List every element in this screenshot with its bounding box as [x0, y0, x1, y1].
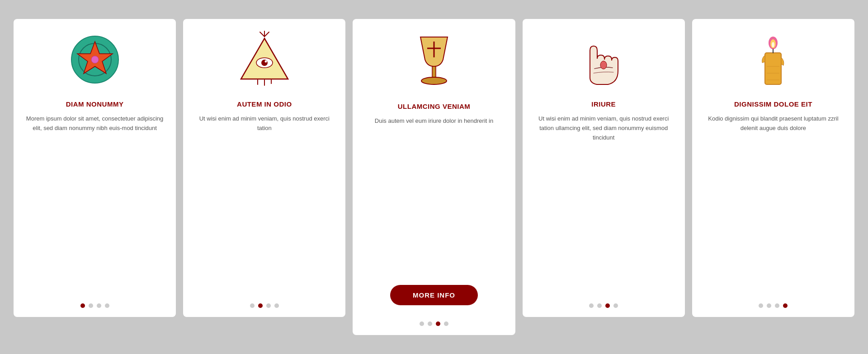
dot [97, 303, 101, 308]
dot [250, 303, 255, 308]
card-2-title: AUTEM IN ODIO [237, 100, 292, 108]
card-2-dots [250, 296, 279, 308]
pentagram-icon [68, 33, 122, 87]
svg-line-10 [264, 32, 269, 37]
dot [597, 303, 602, 308]
dot [436, 321, 440, 326]
dot [258, 303, 263, 308]
dot [80, 303, 85, 308]
card-2-text: Ut wisi enim ad minim veniam, quis nostr… [192, 114, 336, 296]
svg-point-3 [91, 56, 99, 63]
card-1-dots [80, 296, 109, 308]
svg-point-18 [600, 61, 607, 69]
card-3-dots [420, 314, 448, 326]
svg-point-6 [261, 60, 268, 66]
card-1-title: DIAM NONUMMY [66, 100, 124, 108]
dot [589, 303, 594, 308]
card-3-text: Duis autem vel eum iriure dolor in hendr… [375, 116, 493, 276]
chalice-icon [407, 35, 461, 89]
dot [266, 303, 271, 308]
eye-triangle-icon [237, 33, 292, 87]
dot [274, 303, 279, 308]
card-diam-nonummy: DIAM NONUMMY Morem ipsum dolor sit amet,… [14, 19, 176, 317]
svg-point-7 [264, 61, 267, 63]
svg-line-8 [260, 32, 264, 37]
card-3-title: ULLAMCING VENIAM [398, 102, 471, 110]
card-iriure: IRIURE Ut wisi enim ad minim veniam, qui… [523, 19, 685, 317]
dot [613, 303, 618, 308]
card-1-text: Morem ipsum dolor sit amet, consectetuer… [23, 114, 167, 296]
hand-icon [576, 33, 631, 87]
dot [105, 303, 109, 308]
more-info-button[interactable]: MORE INFO [390, 285, 478, 305]
dot [783, 303, 788, 308]
dot [759, 303, 763, 308]
dot [775, 303, 779, 308]
dot [605, 303, 610, 308]
card-5-dots [759, 296, 788, 308]
dot [89, 303, 93, 308]
card-ullamcing-veniam: ULLAMCING VENIAM Duis autem vel eum iriu… [353, 19, 515, 335]
cards-container: DIAM NONUMMY Morem ipsum dolor sit amet,… [14, 19, 854, 335]
card-4-dots [589, 296, 618, 308]
dot [767, 303, 771, 308]
dot [420, 321, 424, 326]
card-4-text: Ut wisi enim ad minim veniam, quis nostr… [532, 114, 676, 296]
card-4-title: IRIURE [591, 100, 616, 108]
card-5-title: DIGNISSIM DOLOE EIT [734, 100, 812, 108]
card-5-text: Kodio dignissim qui blandit praesent lup… [701, 114, 845, 296]
card-dignissim: DIGNISSIM DOLOE EIT Kodio dignissim qui … [692, 19, 854, 317]
dot [428, 321, 432, 326]
svg-point-17 [421, 77, 447, 84]
candle-icon [746, 33, 800, 87]
dot [444, 321, 448, 326]
svg-point-23 [772, 42, 774, 47]
card-autem-in-odio: AUTEM IN ODIO Ut wisi enim ad minim veni… [183, 19, 345, 317]
